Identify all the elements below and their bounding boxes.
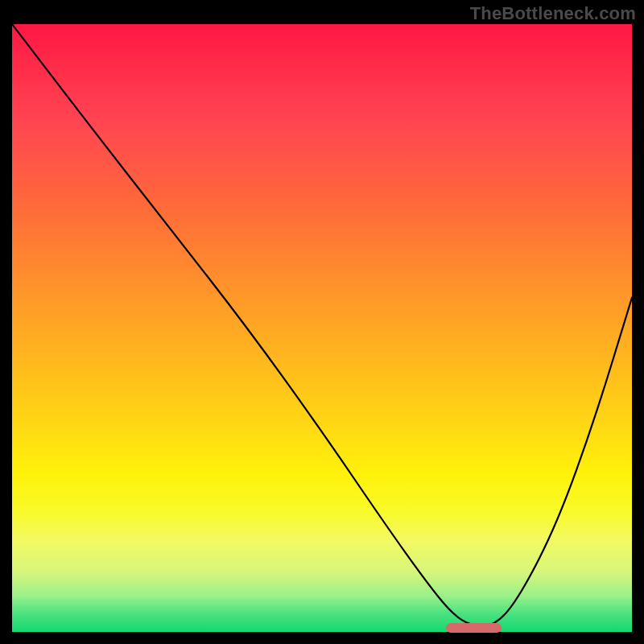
chart-plot-area [12, 24, 632, 632]
optimal-range-marker [446, 623, 502, 633]
watermark-label: TheBottleneck.com [470, 3, 636, 24]
bottleneck-curve [12, 24, 632, 632]
chart-frame: TheBottleneck.com [0, 0, 644, 644]
